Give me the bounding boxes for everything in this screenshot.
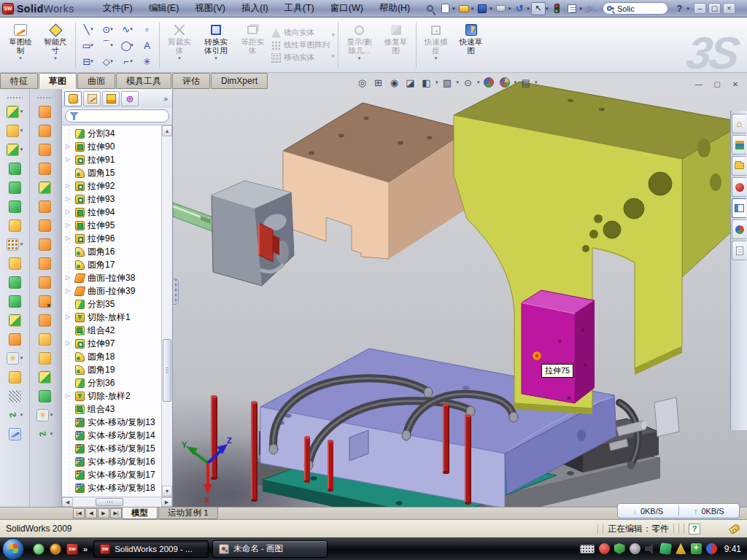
menu-item[interactable]: 视图(V) <box>187 0 233 17</box>
convert-entities-button[interactable]: 转换实 体引用▾ <box>197 20 235 71</box>
zoom-to-fit-icon[interactable] <box>355 76 369 89</box>
menu-item[interactable]: 插入(I) <box>233 0 276 17</box>
zoom-to-area-icon[interactable] <box>371 76 385 89</box>
scroll-up-icon[interactable]: ▲ <box>162 125 172 136</box>
options-checklist-icon[interactable] <box>565 2 579 15</box>
sketch-entity-icon[interactable]: ⊙▾ <box>98 21 117 37</box>
status-help-icon[interactable]: ? <box>689 524 700 534</box>
command-tab[interactable]: 曲面 <box>77 73 115 89</box>
display-style-icon[interactable] <box>441 76 454 89</box>
cavity-cutaway-block[interactable] <box>173 181 294 286</box>
toolbar-icon[interactable]: ▾ <box>36 424 53 443</box>
tray-health-icon[interactable] <box>691 543 702 554</box>
toolbar-icon[interactable] <box>39 386 51 405</box>
toolbar-icon[interactable]: ▾ <box>36 405 53 424</box>
options-dropdown-icon[interactable]: ▾ <box>579 6 582 12</box>
toolbar-icon[interactable] <box>39 178 51 197</box>
command-tab[interactable]: 模具工具 <box>116 73 171 89</box>
sketch-entity-icon[interactable]: ✳ <box>137 53 157 69</box>
toolbar-icon[interactable]: ▾ <box>7 121 23 140</box>
tree-item[interactable]: 拉伸97 <box>65 337 161 350</box>
tab-appearances[interactable] <box>732 219 746 239</box>
scroll-down-icon[interactable]: ▼ <box>162 486 172 497</box>
toolbar-icon[interactable] <box>9 424 21 443</box>
toolbar-icon[interactable] <box>39 368 51 386</box>
smart-dimension-button[interactable]: 智能尺 寸▾ <box>38 20 73 71</box>
quick-launch-chevron-icon[interactable]: » <box>83 545 88 553</box>
toolbar-icon[interactable] <box>39 140 51 159</box>
toolbar-icon[interactable] <box>9 216 21 235</box>
toolbar-icon[interactable] <box>39 102 51 121</box>
toolbar-icon[interactable]: ▾ <box>7 405 23 424</box>
tree-item[interactable]: 拉伸93 <box>65 192 161 206</box>
help-dropdown-icon[interactable]: ▾ <box>686 6 689 12</box>
command-tab[interactable]: DimXpert <box>211 73 268 89</box>
view-orientation-dropdown-icon[interactable]: ▾ <box>436 79 438 85</box>
toolbar-icon[interactable] <box>39 197 51 216</box>
toolbar-icon[interactable]: ▾ <box>7 140 23 159</box>
toolbar-icon[interactable] <box>9 311 21 330</box>
tab-dimxpert-manager[interactable]: ⊕ <box>121 91 139 106</box>
tree-vertical-scrollbar[interactable]: ▲ ▼ <box>161 125 172 497</box>
expand-arrow-icon[interactable] <box>66 143 73 150</box>
doc-close-button[interactable]: ✕ <box>728 79 743 90</box>
tree-item[interactable]: 拉伸96 <box>65 232 161 245</box>
toolbar-icon[interactable] <box>9 368 21 386</box>
scroll-right-icon[interactable]: ▶ <box>161 497 172 507</box>
sketch-entity-icon[interactable]: ◇▾ <box>98 53 117 69</box>
search-input[interactable] <box>617 4 655 13</box>
menu-item[interactable]: 窗口(W) <box>322 0 371 17</box>
tree-item[interactable]: 圆角19 <box>65 363 161 376</box>
model-tab[interactable]: 模型 <box>122 508 158 519</box>
tray-warning-icon[interactable] <box>676 543 686 554</box>
scroll-left-icon[interactable]: ◀ <box>62 497 73 507</box>
expand-arrow-icon[interactable] <box>66 314 73 321</box>
toolbar-icon[interactable] <box>9 273 21 292</box>
print-icon[interactable] <box>494 2 508 15</box>
edit-appearance-icon[interactable] <box>484 77 494 88</box>
expand-arrow-icon[interactable] <box>66 274 73 281</box>
toolbar-icon[interactable] <box>9 330 21 349</box>
tab-feature-manager[interactable] <box>64 91 82 106</box>
mirror-entities-button[interactable]: 镜向实体 <box>271 28 330 38</box>
expand-arrow-icon[interactable] <box>66 182 73 190</box>
tree-item[interactable]: 分割36 <box>65 376 161 389</box>
view-settings-dropdown-icon[interactable]: ▾ <box>535 79 538 85</box>
solidworks-quick-icon[interactable]: SW <box>66 543 78 555</box>
toolbar-icon[interactable] <box>39 159 51 178</box>
command-tab[interactable]: 评估 <box>172 73 210 89</box>
toolbar-icon[interactable] <box>39 216 51 235</box>
sketch-entity-icon[interactable]: ⌐▾ <box>117 53 137 69</box>
toolbar-icon[interactable] <box>39 235 51 254</box>
quick-launch-icon[interactable] <box>50 543 61 555</box>
tray-security-icon[interactable] <box>599 543 610 554</box>
save-dropdown-icon[interactable]: ▾ <box>489 6 492 12</box>
tree-item[interactable]: 切除-放样2 <box>65 389 161 402</box>
tree-item[interactable]: 拉伸95 <box>65 219 161 232</box>
tray-settings-gear-icon[interactable] <box>630 543 640 554</box>
expand-arrow-icon[interactable] <box>66 222 73 229</box>
toolbar-icon[interactable]: ▾ <box>7 235 23 254</box>
view-orientation-icon[interactable] <box>419 76 433 89</box>
toolbar-overflow-label[interactable]: 少.. <box>586 4 597 14</box>
expand-arrow-icon[interactable] <box>66 392 73 400</box>
tree-item[interactable]: 拉伸90 <box>65 140 161 153</box>
top-clamp-plate[interactable] <box>283 103 468 259</box>
tab-configuration-manager[interactable] <box>102 91 120 106</box>
messenger-icon[interactable] <box>33 543 44 555</box>
toolbar-icon[interactable] <box>39 311 51 330</box>
tree-item[interactable]: 拉伸91 <box>65 153 161 166</box>
prev-tab-icon[interactable]: ◀ <box>85 508 97 518</box>
sketch-entity-icon[interactable]: ▭▾ <box>78 37 98 53</box>
rapid-sketch-button[interactable]: 快速草 图 <box>454 20 489 71</box>
open-dropdown-icon[interactable]: ▾ <box>471 6 474 12</box>
tree-item[interactable]: 组合43 <box>65 402 161 416</box>
taskbar-task-button[interactable]: 未命名 - 画图 <box>212 540 328 558</box>
sketch-draw-button[interactable]: 草图绘 制▾ <box>3 20 38 71</box>
tree-item[interactable]: 拉伸94 <box>65 206 161 219</box>
select-cursor-icon[interactable]: ↖ <box>531 2 546 15</box>
sketch-entity-icon[interactable]: ∿▾ <box>117 21 137 37</box>
repair-sketch-button[interactable]: 修复草 图 <box>379 20 414 71</box>
expand-arrow-icon[interactable] <box>66 235 73 242</box>
toolbar-icon[interactable] <box>39 349 51 368</box>
